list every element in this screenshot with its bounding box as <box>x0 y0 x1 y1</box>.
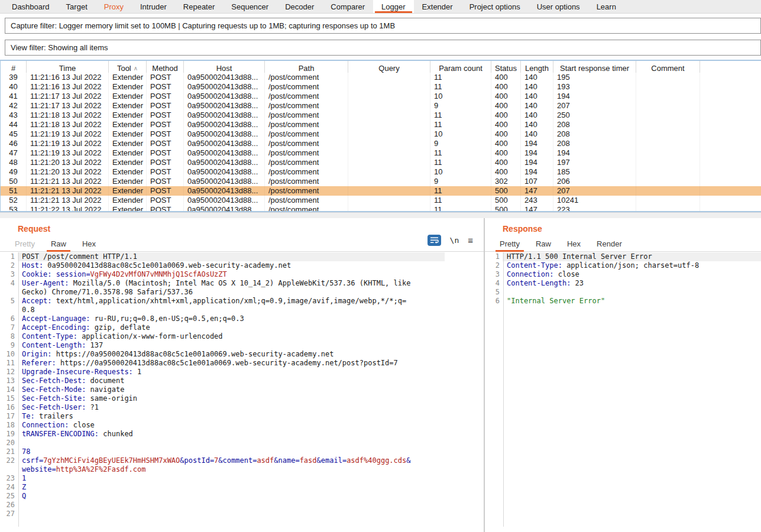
cell-path: /post/comment <box>265 158 348 167</box>
log-row-39[interactable]: 3911:21:16 13 Jul 2022ExtenderPOST0a9500… <box>1 73 761 82</box>
column-label: Status <box>495 64 517 73</box>
cell-status: 400 <box>491 101 521 111</box>
log-row-42[interactable]: 4211:21:17 13 Jul 2022ExtenderPOST0a9500… <box>1 101 761 111</box>
soft-wrap-icon[interactable] <box>428 235 441 246</box>
request-line-7: 7Accept-Encoding: gzip, deflate <box>0 323 484 332</box>
cell-filler <box>700 73 761 82</box>
cell-tool: Extender <box>109 148 147 158</box>
cell-status: 400 <box>491 158 521 167</box>
cell-method: POST <box>147 177 184 186</box>
cell-time: 11:21:20 13 Jul 2022 <box>27 167 109 177</box>
log-row-50[interactable]: 5011:21:21 13 Jul 2022ExtenderPOST0a9500… <box>1 177 761 186</box>
column-label: # <box>11 64 15 73</box>
cell-start_response_timer: 193 <box>553 82 636 92</box>
cell-start_response_timer: 207 <box>553 186 636 196</box>
resp-tab-hex[interactable]: Hex <box>567 239 581 251</box>
cell-filler <box>700 111 761 120</box>
cell-length: 140 <box>521 120 553 129</box>
cell-start_response_timer: 197 <box>553 158 636 167</box>
line-number: 17 <box>0 412 18 421</box>
cell-start_response_timer: 206 <box>553 177 636 186</box>
log-row-53[interactable]: 5311:21:22 13 Jul 2022ExtenderPOST0a9500… <box>1 205 761 212</box>
cell-method: POST <box>147 167 184 177</box>
cell-tool: Extender <box>109 158 147 167</box>
line-number: 12 <box>0 368 18 377</box>
response-tabs: PrettyRawHexRender <box>485 238 761 252</box>
response-pretty-editor[interactable]: 1HTTP/1.1 500 Internal Server Error2Cont… <box>485 252 761 529</box>
column-label: Time <box>59 64 76 73</box>
log-row-40[interactable]: 4011:21:16 13 Jul 2022ExtenderPOST0a9500… <box>1 82 761 92</box>
menu-tab-decoder[interactable]: Decoder <box>277 0 322 13</box>
cell-time: 11:21:22 13 Jul 2022 <box>27 205 109 212</box>
cell-path: /post/comment <box>265 196 348 205</box>
request-raw-editor[interactable]: 1POST /post/comment HTTP/1.12Host: 0a950… <box>0 252 484 529</box>
menu-tab-repeater[interactable]: Repeater <box>175 0 223 13</box>
cell-comment <box>636 177 700 186</box>
resp-tab-render[interactable]: Render <box>597 239 622 251</box>
menu-tab-project-options[interactable]: Project options <box>461 0 529 13</box>
line-number: 25 <box>0 492 18 501</box>
editor-menu-icon[interactable]: ≡ <box>468 235 473 245</box>
sort-asc-icon: ∧ <box>134 66 138 72</box>
request-panel: Request PrettyRawHex \n ≡ <box>0 218 484 532</box>
cell-tool: Extender <box>109 111 147 120</box>
request-line-text: Content-Type: application/x-www-form-url… <box>18 332 445 341</box>
menu-tab-proxy[interactable]: Proxy <box>96 0 132 13</box>
req-tab-pretty[interactable]: Pretty <box>15 239 35 251</box>
cell-start_response_timer: 208 <box>553 129 636 139</box>
menu-tab-comparer[interactable]: Comparer <box>322 0 373 13</box>
resp-tab-pretty[interactable]: Pretty <box>500 239 520 251</box>
log-row-44[interactable]: 4411:21:18 13 Jul 2022ExtenderPOST0a9500… <box>1 120 761 129</box>
log-row-52[interactable]: 5211:21:21 13 Jul 2022ExtenderPOST0a9500… <box>1 196 761 205</box>
horizontal-splitter[interactable] <box>0 212 761 218</box>
cell-status: 400 <box>491 129 521 139</box>
cell-host: 0a9500020413d88... <box>184 139 265 148</box>
log-row-43[interactable]: 4311:21:18 13 Jul 2022ExtenderPOST0a9500… <box>1 111 761 120</box>
resp-tab-raw[interactable]: Raw <box>536 239 551 251</box>
log-row-49[interactable]: 4911:21:20 13 Jul 2022ExtenderPOST0a9500… <box>1 167 761 177</box>
cell-query <box>348 73 430 82</box>
view-filter-bar[interactable]: View filter: Showing all items <box>5 40 761 56</box>
response-line-text: Connection: close <box>503 270 761 279</box>
capture-filter-bar[interactable]: Capture filter: Logger memory limit set … <box>5 18 761 34</box>
cell-filler <box>700 148 761 158</box>
cell-num: 49 <box>1 167 27 177</box>
menu-tab-sequencer[interactable]: Sequencer <box>223 0 277 13</box>
log-row-45[interactable]: 4511:21:19 13 Jul 2022ExtenderPOST0a9500… <box>1 129 761 139</box>
logger-entries-table[interactable]: #TimeTool∧MethodHostPathQueryParam count… <box>0 60 761 212</box>
cell-query <box>348 101 430 111</box>
line-number: 20 <box>0 439 18 447</box>
cell-comment <box>636 129 700 139</box>
view-filter-text: View filter: Showing all items <box>11 43 108 52</box>
cell-length: 140 <box>521 73 553 82</box>
column-label: Host <box>216 64 232 73</box>
menu-tab-dashboard[interactable]: Dashboard <box>4 0 58 13</box>
menu-tab-intruder[interactable]: Intruder <box>132 0 175 13</box>
cell-param_count: 11 <box>430 196 491 205</box>
request-line-11: 11Referer: https://0a9500020413d88ac08c5… <box>0 359 484 368</box>
menu-tab-extender[interactable]: Extender <box>414 0 461 13</box>
menu-tab-logger[interactable]: Logger <box>373 0 413 13</box>
request-line-15: 15Sec-Fetch-Site: same-origin <box>0 394 484 403</box>
req-tab-hex[interactable]: Hex <box>82 239 96 251</box>
log-row-51[interactable]: 5111:21:21 13 Jul 2022ExtenderPOST0a9500… <box>1 186 761 196</box>
request-line-text: Accept-Language: ru-RU,ru;q=0.8,en-US;q=… <box>18 314 445 323</box>
cell-query <box>348 158 430 167</box>
response-line-text <box>503 288 761 297</box>
request-line-23: 231 <box>0 474 484 483</box>
line-number: 6 <box>0 314 18 323</box>
log-row-41[interactable]: 4111:21:17 13 Jul 2022ExtenderPOST0a9500… <box>1 92 761 101</box>
response-line-text: HTTP/1.1 500 Internal Server Error <box>503 252 761 261</box>
cell-length: 140 <box>521 92 553 101</box>
log-row-46[interactable]: 4611:21:19 13 Jul 2022ExtenderPOST0a9500… <box>1 139 761 148</box>
menu-tab-learn[interactable]: Learn <box>588 0 624 13</box>
req-tab-raw[interactable]: Raw <box>51 239 66 251</box>
log-row-48[interactable]: 4811:21:20 13 Jul 2022ExtenderPOST0a9500… <box>1 158 761 167</box>
cell-host: 0a9500020413d88... <box>184 205 265 212</box>
cell-param_count: 11 <box>430 205 491 212</box>
menu-tab-user-options[interactable]: User options <box>529 0 588 13</box>
newline-chars-icon[interactable]: \n <box>450 236 459 245</box>
cell-param_count: 10 <box>430 92 491 101</box>
menu-tab-target[interactable]: Target <box>58 0 96 13</box>
log-row-47[interactable]: 4711:21:19 13 Jul 2022ExtenderPOST0a9500… <box>1 148 761 158</box>
